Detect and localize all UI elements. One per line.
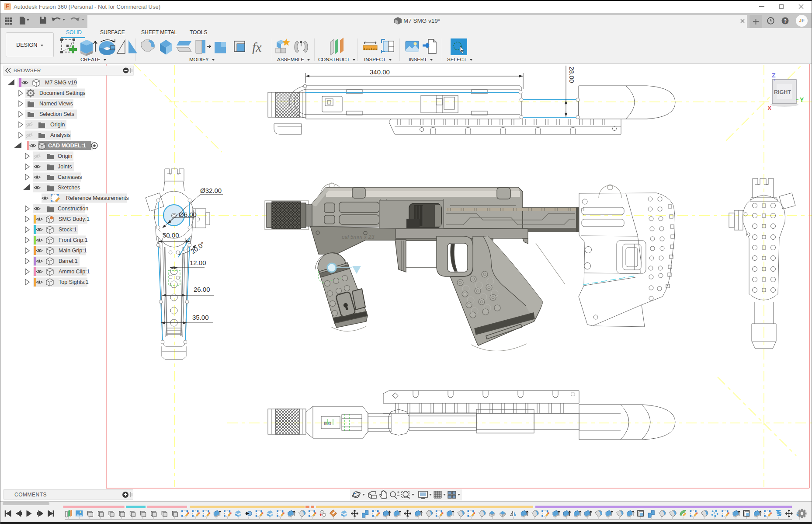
- svg-text:Front Grip:1: Front Grip:1: [59, 237, 88, 243]
- svg-text:M7 SMG v19: M7 SMG v19: [45, 80, 77, 86]
- svg-text:cal 5mm x 23: cal 5mm x 23: [342, 234, 374, 240]
- svg-text:Named Views: Named Views: [39, 101, 73, 107]
- svg-text:28.00: 28.00: [568, 66, 576, 83]
- svg-text:Ø32.00: Ø32.00: [200, 187, 222, 194]
- svg-text:RIGHT: RIGHT: [774, 89, 791, 95]
- svg-text:Z: Z: [772, 72, 776, 79]
- svg-text:Top Sights:1: Top Sights:1: [59, 279, 89, 285]
- svg-text:Construction: Construction: [58, 206, 88, 212]
- svg-text:Analysis: Analysis: [50, 132, 71, 138]
- svg-text:26.00: 26.00: [194, 286, 210, 293]
- svg-text:Ø6.00: Ø6.00: [179, 211, 197, 218]
- svg-text:Joints: Joints: [58, 164, 72, 170]
- svg-text:Canvases: Canvases: [58, 174, 82, 180]
- svg-text:Ammo Clip:1: Ammo Clip:1: [59, 269, 90, 275]
- svg-text:Reference Measurements: Reference Measurements: [66, 195, 129, 201]
- svg-text:?: ?: [784, 18, 787, 24]
- svg-text:35.00: 35.00: [192, 314, 209, 321]
- svg-text:Barrel:1: Barrel:1: [59, 258, 78, 264]
- svg-text:Origin: Origin: [58, 153, 72, 159]
- svg-text:Selection Sets: Selection Sets: [39, 111, 74, 117]
- svg-text:Main Grip:1: Main Grip:1: [59, 248, 87, 254]
- svg-text:340.00: 340.00: [370, 68, 390, 76]
- svg-text:X: X: [767, 105, 772, 112]
- svg-text:Y: Y: [800, 96, 804, 103]
- svg-text:20.0°: 20.0°: [189, 240, 206, 255]
- svg-text:BROWSER: BROWSER: [14, 68, 41, 73]
- svg-text:Document Settings: Document Settings: [39, 90, 86, 96]
- svg-text:SMG Body:1: SMG Body:1: [59, 216, 90, 222]
- svg-text:50.00: 50.00: [163, 231, 179, 239]
- svg-text:Stock:1: Stock:1: [59, 227, 77, 233]
- svg-text:Origin: Origin: [50, 122, 65, 128]
- svg-text:Sketches: Sketches: [58, 185, 80, 191]
- svg-text:CAD MODEL:1: CAD MODEL:1: [48, 143, 86, 149]
- svg-text:12.00: 12.00: [190, 259, 206, 266]
- svg-text:fx: fx: [252, 40, 262, 54]
